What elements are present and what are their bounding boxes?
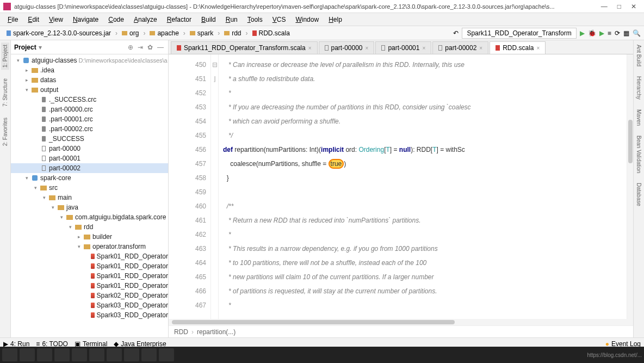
search-icon[interactable]: 🔍 — [633, 29, 641, 37]
taskbar-app[interactable] — [89, 348, 104, 361]
taskbar-app[interactable] — [54, 348, 70, 361]
close-button[interactable]: ✕ — [631, 3, 636, 10]
vcs-update-icon[interactable]: ⟳ — [615, 29, 620, 37]
dir-icon — [150, 31, 155, 35]
tree-item[interactable]: ▸datas — [11, 75, 168, 85]
close-tab-icon[interactable]: × — [366, 45, 369, 51]
tree-item[interactable]: ▾rdd — [11, 222, 168, 232]
debug-icon[interactable]: 🐞 — [588, 29, 596, 37]
locate-icon[interactable]: ⊕ — [127, 44, 134, 51]
tree-item[interactable]: ▾java — [11, 202, 168, 212]
breadcrumb-segment[interactable]: org — [119, 28, 142, 38]
tree-item[interactable]: ▾operator.transform — [11, 242, 168, 251]
run-with-coverage-icon[interactable]: ▶ — [599, 29, 604, 37]
tree-item[interactable]: .part-00002.crc — [11, 124, 168, 134]
menu-view[interactable]: View — [45, 15, 67, 24]
hide-icon[interactable]: — — [156, 44, 165, 51]
code-editor[interactable]: * Can increase or decrease the level of … — [219, 54, 627, 319]
tree-item[interactable]: part-00000 — [11, 144, 168, 153]
menu-refactor[interactable]: Refactor — [163, 15, 196, 24]
editor-tab[interactable]: RDD.scala× — [490, 41, 546, 54]
editor-tab[interactable]: part-00000× — [319, 41, 375, 54]
breadcrumb-segment[interactable]: spark — [187, 28, 216, 38]
tree-item[interactable]: .part-00001.crc — [11, 114, 168, 124]
tree-item[interactable]: Spark01_RDD_Operator — [11, 281, 168, 291]
close-tab-icon[interactable]: × — [537, 45, 540, 51]
tree-item[interactable]: ._SUCCESS.crc — [11, 95, 168, 104]
taskbar-app[interactable] — [141, 348, 157, 361]
tree-item[interactable]: Spark03_RDD_Operator — [11, 310, 168, 320]
horizontal-scrollbar[interactable] — [169, 319, 633, 325]
left-tab[interactable]: 7: Structure — [1, 76, 9, 109]
menu-edit[interactable]: Edit — [23, 15, 44, 24]
settings-icon[interactable]: ✿ — [146, 44, 154, 51]
taskbar-app[interactable] — [159, 348, 174, 361]
tree-item[interactable]: Spark01_RDD_Operator — [11, 261, 168, 271]
menu-build[interactable]: Build — [197, 15, 220, 24]
layout-icon[interactable]: ▦ — [623, 29, 629, 37]
tree-item[interactable]: Spark03_RDD_Operator — [11, 300, 168, 310]
tree-item[interactable]: ▾main — [11, 193, 168, 202]
menu-help[interactable]: Help — [324, 15, 346, 24]
close-tab-icon[interactable]: × — [479, 45, 482, 51]
vertical-scrollbar[interactable] — [627, 54, 633, 319]
tree-item[interactable]: Spark01_RDD_Operator — [11, 271, 168, 281]
right-tab[interactable]: Bean Validation — [635, 133, 643, 175]
tree-item[interactable]: .part-00000.crc — [11, 104, 168, 114]
menu-analyze[interactable]: Analyze — [129, 15, 162, 24]
menu-window[interactable]: Window — [291, 15, 323, 24]
run-icon[interactable]: ▶ — [580, 29, 585, 37]
editor-breadcrumb[interactable]: RDD›repartition(...) — [169, 325, 633, 337]
fold-gutter[interactable]: ⊟⌋ — [211, 54, 219, 319]
taskbar-app[interactable] — [72, 348, 87, 361]
taskbar-app[interactable] — [107, 348, 122, 361]
menu-tools[interactable]: Tools — [243, 15, 267, 24]
tree-item[interactable]: ▾atguigu-classes D:\mineworkspace\idea\c… — [11, 56, 168, 65]
breadcrumb-item[interactable]: RDD — [174, 328, 188, 336]
editor-tab[interactable]: Spark11_RDD_Operator_Transform.scala× — [171, 41, 318, 54]
right-tab[interactable]: Ant Build — [635, 42, 643, 69]
taskbar-app[interactable] — [37, 348, 52, 361]
menu-navigate[interactable]: Navigate — [69, 15, 103, 24]
menu-vcs[interactable]: VCS — [268, 15, 290, 24]
left-tab[interactable]: 2: Favorites — [1, 115, 9, 148]
tree-item[interactable]: Spark02_RDD_Operator — [11, 291, 168, 300]
close-tab-icon[interactable]: × — [422, 45, 425, 51]
editor-tab[interactable]: part-00001× — [375, 41, 431, 54]
window-title: atguigu-classes [D:\mineworkspace\idea\c… — [14, 3, 601, 10]
tree-item[interactable]: part-00001 — [11, 153, 168, 163]
tree-item[interactable]: Spark01_RDD_Operator — [11, 251, 168, 261]
maximize-button[interactable]: □ — [617, 3, 621, 10]
menu-code[interactable]: Code — [104, 15, 128, 24]
project-tree[interactable]: ▾atguigu-classes D:\mineworkspace\idea\c… — [11, 54, 168, 337]
tree-item[interactable]: ▾src — [11, 183, 168, 193]
editor-tab[interactable]: part-00002× — [432, 41, 488, 54]
breadcrumb-segment[interactable]: apache — [146, 28, 182, 38]
tree-item[interactable]: ▾output — [11, 85, 168, 95]
breadcrumb-segment[interactable]: spark-core_2.12-3.0.0-sources.jar — [3, 28, 114, 38]
tree-item[interactable]: part-00002 — [11, 163, 168, 173]
breadcrumb-segment[interactable]: rdd — [221, 28, 244, 38]
close-tab-icon[interactable]: × — [308, 45, 312, 51]
taskbar-app[interactable] — [20, 348, 35, 361]
right-tab[interactable]: Database — [635, 181, 643, 208]
breadcrumb-segment[interactable]: RDD.scala — [249, 28, 293, 38]
tree-item[interactable]: ▸builder — [11, 232, 168, 242]
tree-item[interactable]: ▾com.atguigu.bigdata.spark.core — [11, 212, 168, 222]
menu-file[interactable]: File — [3, 15, 22, 24]
tree-item[interactable]: _SUCCESS — [11, 134, 168, 144]
tree-item[interactable]: ▸.idea — [11, 65, 168, 75]
taskbar-app[interactable] — [124, 348, 139, 361]
back-icon[interactable]: ↶ — [453, 29, 459, 37]
tree-item[interactable]: ▾spark-core — [11, 173, 168, 183]
stop-icon[interactable]: ■ — [608, 29, 611, 37]
right-tab[interactable]: Maven — [635, 107, 643, 128]
minimize-button[interactable]: — — [601, 3, 608, 10]
start-button[interactable] — [2, 348, 17, 361]
collapse-icon[interactable]: ⇥ — [137, 44, 144, 51]
run-config-select[interactable]: Spark11_RDD_Operator_Transform — [462, 28, 576, 39]
left-tab[interactable]: 1: Project — [1, 42, 9, 70]
breadcrumb-item[interactable]: repartition(...) — [197, 328, 236, 336]
menu-run[interactable]: Run — [221, 15, 242, 24]
right-tab[interactable]: Hierarchy — [635, 74, 643, 102]
